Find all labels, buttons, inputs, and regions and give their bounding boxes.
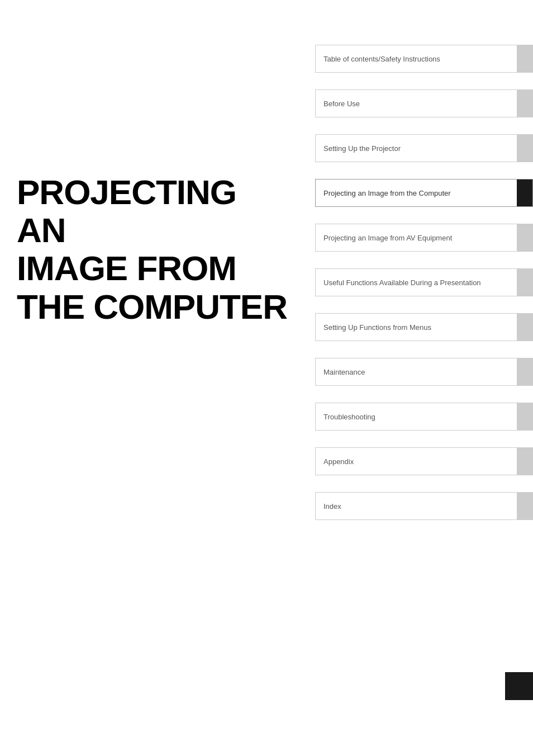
- nav-item-label-setting-up-projector: Setting Up the Projector: [316, 135, 517, 162]
- nav-item-tab-projecting-av: [517, 224, 532, 251]
- nav-item-label-before-use: Before Use: [316, 90, 517, 117]
- nav-item-tab-useful-functions: [517, 269, 532, 296]
- nav-item-label-appendix: Appendix: [316, 448, 517, 475]
- title-line3: THE COMPUTER: [17, 287, 287, 326]
- nav-item-tab-appendix: [517, 448, 532, 475]
- bottom-decoration-square: [505, 672, 533, 700]
- nav-item-label-setting-up-menus: Setting Up Functions from Menus: [316, 314, 517, 341]
- nav-item-tab-setting-up-projector: [517, 135, 532, 162]
- title-line1: PROJECTING AN: [17, 173, 236, 249]
- main-title: PROJECTING AN IMAGE FROM THE COMPUTER: [17, 173, 291, 326]
- nav-item-projecting-computer[interactable]: Projecting an Image from the Computer: [315, 179, 533, 207]
- nav-item-projecting-av[interactable]: Projecting an Image from AV Equipment: [315, 224, 533, 252]
- nav-section: Table of contents/Safety Instructions Be…: [315, 45, 533, 537]
- nav-item-label-index: Index: [316, 493, 517, 519]
- nav-item-label-maintenance: Maintenance: [316, 358, 517, 385]
- nav-item-tab-setting-up-menus: [517, 314, 532, 341]
- nav-item-before-use[interactable]: Before Use: [315, 89, 533, 117]
- nav-item-appendix[interactable]: Appendix: [315, 447, 533, 475]
- nav-item-setting-up-projector[interactable]: Setting Up the Projector: [315, 134, 533, 162]
- nav-item-index[interactable]: Index: [315, 492, 533, 520]
- nav-item-troubleshooting[interactable]: Troubleshooting: [315, 403, 533, 431]
- nav-item-label-projecting-computer: Projecting an Image from the Computer: [316, 179, 517, 206]
- nav-item-tab-index: [517, 493, 532, 519]
- nav-item-label-toc: Table of contents/Safety Instructions: [316, 45, 517, 72]
- nav-item-setting-up-menus[interactable]: Setting Up Functions from Menus: [315, 313, 533, 341]
- nav-item-label-projecting-av: Projecting an Image from AV Equipment: [316, 224, 517, 251]
- nav-item-tab-toc: [517, 45, 532, 72]
- title-section: PROJECTING AN IMAGE FROM THE COMPUTER: [17, 173, 291, 326]
- nav-item-tab-maintenance: [517, 358, 532, 385]
- nav-item-tab-troubleshooting: [517, 403, 532, 430]
- nav-item-label-useful-functions: Useful Functions Available During a Pres…: [316, 269, 517, 296]
- nav-item-label-troubleshooting: Troubleshooting: [316, 403, 517, 430]
- nav-item-tab-before-use: [517, 90, 532, 117]
- page-container: PROJECTING AN IMAGE FROM THE COMPUTER Ta…: [0, 0, 533, 756]
- nav-item-maintenance[interactable]: Maintenance: [315, 358, 533, 386]
- nav-item-useful-functions[interactable]: Useful Functions Available During a Pres…: [315, 268, 533, 296]
- title-line2: IMAGE FROM: [17, 249, 236, 287]
- nav-item-toc[interactable]: Table of contents/Safety Instructions: [315, 45, 533, 73]
- nav-item-tab-projecting-computer: [517, 179, 532, 206]
